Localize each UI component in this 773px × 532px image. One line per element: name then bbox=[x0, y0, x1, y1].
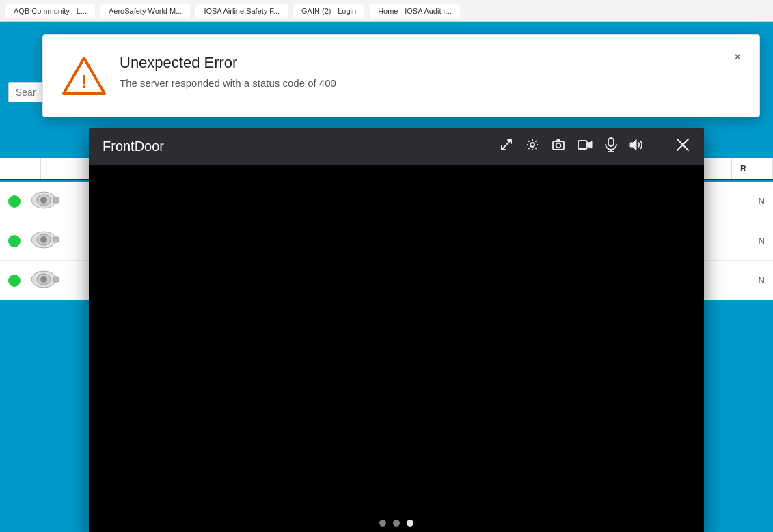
volume-icon[interactable] bbox=[629, 139, 645, 154]
svg-point-10 bbox=[40, 276, 47, 283]
settings-icon[interactable] bbox=[526, 138, 539, 155]
row-col-r: N bbox=[759, 236, 765, 246]
svg-rect-21 bbox=[608, 138, 614, 146]
tab-4[interactable]: GAIN (2) - Login bbox=[293, 4, 364, 18]
error-message: The server responded with a status code … bbox=[120, 77, 737, 89]
svg-rect-7 bbox=[53, 237, 59, 242]
dot-2[interactable] bbox=[393, 520, 400, 527]
controls-divider bbox=[660, 137, 660, 156]
expand-icon[interactable] bbox=[500, 138, 513, 155]
camera-close-button[interactable] bbox=[675, 137, 690, 156]
svg-marker-24 bbox=[630, 139, 636, 150]
tab-3[interactable]: IOSA Airline Safety F... bbox=[195, 4, 288, 18]
status-indicator bbox=[8, 275, 21, 287]
svg-point-18 bbox=[556, 143, 561, 148]
tab-2[interactable]: AeroSafety World M... bbox=[100, 4, 190, 18]
svg-text:!: ! bbox=[81, 71, 87, 92]
svg-rect-19 bbox=[578, 141, 587, 149]
svg-point-2 bbox=[40, 197, 47, 204]
camera-dots bbox=[379, 520, 413, 527]
svg-rect-11 bbox=[53, 277, 59, 282]
camera-panel: FrontDoor bbox=[89, 128, 704, 532]
col-camera bbox=[41, 158, 96, 179]
camera-icon bbox=[29, 268, 59, 293]
svg-point-6 bbox=[40, 236, 47, 243]
error-close-button[interactable]: × bbox=[727, 46, 748, 68]
camera-panel-title: FrontDoor bbox=[103, 139, 500, 154]
record-icon[interactable] bbox=[578, 139, 593, 154]
error-dialog: ! Unexpected Error The server responded … bbox=[42, 34, 760, 117]
tab-1[interactable]: AQB Community - L... bbox=[5, 4, 95, 18]
tab-5[interactable]: Home - IOSA Audit r... bbox=[370, 4, 460, 18]
col-r: R bbox=[732, 158, 773, 179]
error-title: Unexpected Error bbox=[120, 54, 737, 72]
error-content: Unexpected Error The server responded wi… bbox=[120, 54, 737, 89]
microphone-icon[interactable] bbox=[605, 137, 617, 156]
status-indicator bbox=[8, 235, 21, 247]
camera-icon bbox=[29, 189, 59, 214]
camera-panel-header: FrontDoor bbox=[89, 128, 704, 165]
snapshot-icon[interactable] bbox=[552, 138, 565, 155]
svg-rect-3 bbox=[53, 197, 59, 203]
col-status bbox=[0, 158, 41, 179]
svg-marker-20 bbox=[587, 141, 592, 148]
svg-point-16 bbox=[530, 143, 534, 147]
warning-icon: ! bbox=[62, 54, 106, 98]
row-col-r: N bbox=[759, 196, 765, 206]
dot-1[interactable] bbox=[379, 520, 386, 527]
camera-video-area bbox=[89, 165, 704, 532]
page-background: ING R N bbox=[0, 22, 773, 532]
status-indicator bbox=[8, 195, 21, 208]
camera-icon bbox=[29, 229, 59, 253]
camera-controls bbox=[500, 137, 690, 156]
dot-3[interactable] bbox=[407, 520, 413, 527]
browser-bar: AQB Community - L... AeroSafety World M.… bbox=[0, 0, 773, 22]
row-col-r: N bbox=[759, 275, 765, 285]
